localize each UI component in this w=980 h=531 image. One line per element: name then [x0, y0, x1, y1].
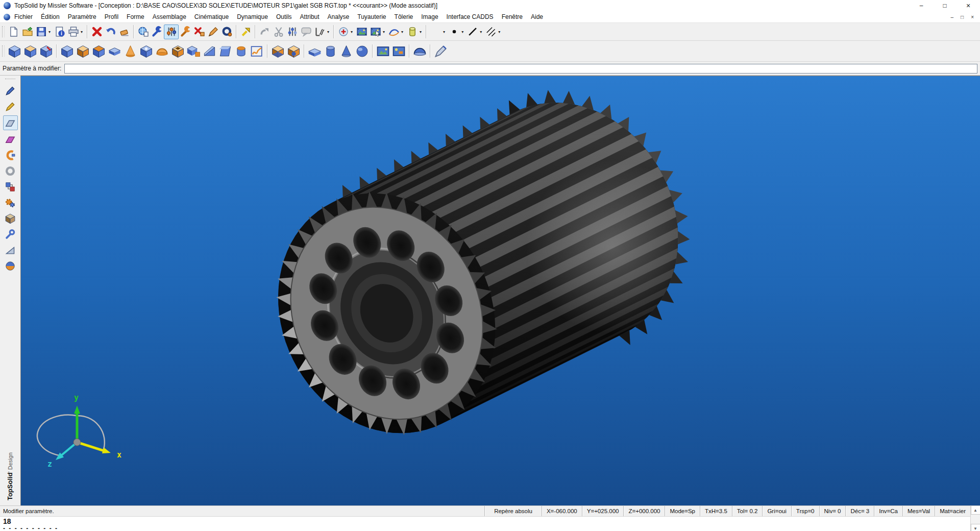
menu-image[interactable]: Image	[417, 12, 442, 21]
tool-surface-icon[interactable]	[3, 115, 18, 130]
save-icon[interactable]	[34, 25, 48, 39]
viewport-3d[interactable]: yxz	[20, 76, 980, 505]
line-style-icon[interactable]	[465, 25, 479, 39]
minimize-icon[interactable]: –	[910, 0, 933, 11]
console-scrollbar[interactable]: ▲ ▼	[970, 505, 980, 531]
feature-union-icon[interactable]	[186, 43, 202, 59]
close-icon[interactable]: ×	[957, 0, 980, 11]
view-orientation-dropdown-icon[interactable]: ▾	[383, 30, 385, 34]
status-trsp[interactable]: Trsp=0	[791, 506, 819, 516]
status-repere[interactable]: Repère absolu	[484, 506, 542, 516]
status-z[interactable]: Z=+000.000	[623, 506, 665, 516]
feature-freeform-icon[interactable]	[249, 43, 265, 59]
mdi-restore-icon[interactable]: □	[961, 14, 964, 20]
delete-icon[interactable]	[90, 25, 104, 39]
status-mode[interactable]: Mode=Sp	[665, 506, 700, 516]
status-tol[interactable]: Tol= 0.2	[732, 506, 763, 516]
tool-pencil-gold-icon[interactable]	[4, 100, 17, 113]
curve-quality-dropdown-icon[interactable]: ▾	[401, 30, 403, 34]
curve-quality-icon[interactable]	[387, 25, 401, 39]
render-style-dropdown-icon[interactable]: ▾	[420, 30, 422, 34]
modify-parameter-icon[interactable]	[164, 25, 179, 39]
erase-icon[interactable]	[117, 25, 131, 39]
feature-rib-icon[interactable]	[233, 43, 249, 59]
primitive-sphere-icon[interactable]	[354, 43, 370, 59]
mdi-close-icon[interactable]: ×	[971, 14, 974, 20]
maximize-icon[interactable]: □	[933, 0, 957, 11]
zoom-dropdown-icon[interactable]: ▾	[351, 30, 353, 34]
menu-analyse[interactable]: Analyse	[324, 12, 354, 21]
save-dropdown-icon[interactable]: ▾	[48, 30, 51, 34]
menu-interface-cadds[interactable]: Interface CADDS	[443, 12, 498, 21]
boolean-union-icon[interactable]	[270, 43, 286, 59]
print-icon[interactable]	[66, 25, 80, 39]
status-gri[interactable]: Gri=oui	[762, 506, 791, 516]
edit-ring-icon[interactable]	[220, 25, 234, 39]
status-mes[interactable]: Mes=Val	[902, 506, 935, 516]
menu-fenetre[interactable]: Fenêtre	[498, 12, 527, 21]
update-document-icon[interactable]	[136, 25, 150, 39]
hatch-style-dropdown-icon[interactable]: ▾	[498, 30, 500, 34]
tool-gears-icon[interactable]	[4, 196, 17, 209]
view-orientation-icon[interactable]	[369, 25, 382, 39]
menu-assemblage[interactable]: Assemblage	[149, 12, 190, 21]
feature-extrude-icon[interactable]	[59, 43, 75, 59]
shape-capped-icon[interactable]	[22, 43, 38, 59]
menu-parametre[interactable]: Paramètre	[64, 12, 101, 21]
menu-tolerie[interactable]: Tôlerie	[390, 12, 418, 21]
feature-pocket-icon[interactable]	[75, 43, 91, 59]
feature-hex-icon[interactable]	[138, 43, 154, 59]
probe-icon[interactable]	[433, 43, 449, 59]
render-style-icon[interactable]	[405, 25, 419, 39]
tool-block-icon[interactable]	[4, 211, 17, 225]
view-layout-icon[interactable]	[355, 25, 369, 39]
point-style-dropdown-icon[interactable]: ▾	[461, 30, 463, 34]
scroll-up-icon[interactable]: ▲	[971, 505, 980, 515]
menu-dynamique[interactable]: Dynamique	[233, 12, 272, 21]
primitive-block-icon[interactable]	[307, 43, 323, 59]
feature-cone-icon[interactable]	[122, 43, 138, 59]
sidebar-grip[interactable]	[5, 79, 15, 81]
tool-wedge-icon[interactable]	[4, 243, 17, 257]
menu-cinematique[interactable]: Cinématique	[190, 12, 233, 21]
scroll-down-icon[interactable]: ▼	[971, 524, 980, 531]
shape-sketch-icon[interactable]	[38, 43, 54, 59]
feature-insert-icon[interactable]	[170, 43, 186, 59]
command-console[interactable]: 18 - - - - - - - - - -	[0, 516, 970, 531]
status-mat[interactable]: Mat=acier	[935, 506, 970, 516]
status-niv[interactable]: Niv= 0	[819, 506, 846, 516]
hatch-style-icon[interactable]	[484, 25, 498, 39]
surface-dome-icon[interactable]	[412, 43, 428, 59]
tool-pencil-blue-icon[interactable]	[4, 84, 17, 98]
status-txh[interactable]: TxH=3.5	[700, 506, 732, 516]
primitive-cone-icon[interactable]	[338, 43, 354, 59]
previous-state-icon[interactable]	[258, 25, 272, 39]
modify-operation-icon[interactable]	[179, 25, 192, 39]
feature-wedge-icon[interactable]	[202, 43, 217, 59]
feature-dome-icon[interactable]	[154, 43, 170, 59]
menu-edition[interactable]: Édition	[37, 12, 64, 21]
tool-clamp-icon[interactable]	[4, 148, 17, 162]
scene-settings-icon[interactable]	[391, 43, 407, 59]
color-attribute-icon[interactable]	[429, 25, 443, 39]
menu-tuyauterie[interactable]: Tuyauterie	[353, 12, 390, 21]
feature-slab-icon[interactable]	[107, 43, 122, 59]
zoom-icon[interactable]	[336, 25, 350, 39]
parameter-input[interactable]	[64, 64, 977, 74]
menu-fichier[interactable]: Fichier	[10, 12, 37, 21]
line-style-dropdown-icon[interactable]: ▾	[480, 30, 482, 34]
undo-icon[interactable]	[104, 25, 117, 39]
menu-forme[interactable]: Forme	[122, 12, 149, 21]
primitive-cylinder-icon[interactable]	[323, 43, 338, 59]
gear-model-scene[interactable]: yxz	[21, 76, 980, 505]
mdi-minimize-icon[interactable]: –	[951, 14, 954, 20]
status-dec[interactable]: Déc= 3	[845, 506, 874, 516]
tool-ring-icon[interactable]	[4, 164, 17, 178]
measure-icon[interactable]	[313, 25, 327, 39]
toolbar-grip[interactable]	[2, 45, 5, 57]
status-y[interactable]: Y=+025.000	[582, 506, 624, 516]
measure-dropdown-icon[interactable]: ▾	[327, 30, 329, 34]
point-style-icon[interactable]	[447, 25, 461, 39]
toolbar-grip[interactable]	[2, 26, 5, 37]
file-properties-icon[interactable]: i	[53, 25, 66, 39]
